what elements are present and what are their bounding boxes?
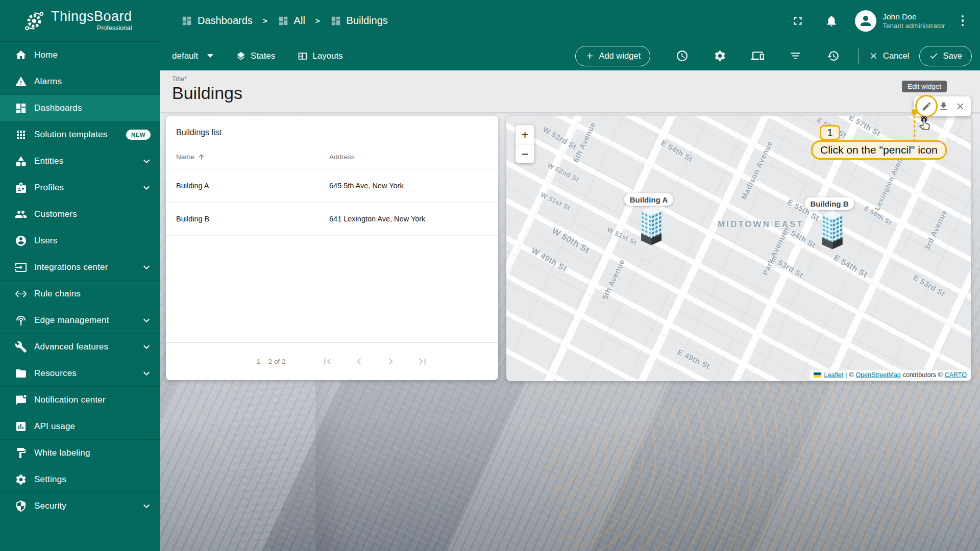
sidebar-item-label: Profiles (34, 183, 64, 193)
chevron-down-icon (140, 261, 153, 273)
sidebar-item-edge-management[interactable]: Edge management (0, 307, 160, 334)
layouts-button[interactable]: Layouts (298, 51, 343, 61)
logo-gear-icon (22, 9, 46, 33)
building-icon (821, 211, 843, 251)
map-attribution: Leaflet | © OpenStreetMap contributors ©… (810, 370, 971, 380)
time-window-icon[interactable] (671, 45, 693, 67)
breadcrumb-label: Dashboards (198, 15, 253, 27)
sidebar: ThingsBoard Professional HomeAlarmsDashb… (0, 0, 160, 551)
title-field-value[interactable]: Buildings (172, 83, 980, 103)
alarms-icon (15, 76, 27, 88)
app-logo[interactable]: ThingsBoard Professional (0, 0, 160, 42)
sidebar-item-integrations-center[interactable]: Integrations center (0, 254, 160, 281)
first-page-icon[interactable] (321, 355, 334, 368)
sidebar-item-dashboards[interactable]: Dashboards (0, 95, 160, 121)
sidebar-item-label: Users (34, 236, 57, 246)
edit-pencil-icon[interactable] (920, 100, 933, 113)
fullscreen-icon[interactable] (788, 11, 808, 31)
chevron-down-icon (140, 500, 153, 512)
more-menu-icon[interactable] (959, 12, 967, 30)
rule-chains-icon (15, 288, 27, 300)
layout-icon (298, 51, 308, 61)
states-label: States (251, 51, 275, 61)
thingsboard-app: ThingsBoard Professional HomeAlarmsDashb… (0, 0, 980, 551)
profiles-icon (15, 182, 27, 194)
user-name: John Doe (883, 12, 945, 22)
zoom-out-button[interactable]: − (516, 144, 534, 163)
sidebar-item-advanced-features[interactable]: Advanced features (0, 334, 160, 360)
sidebar-item-customers[interactable]: Customers (0, 201, 160, 228)
carto-link[interactable]: CARTO (945, 371, 967, 379)
sidebar-item-label: API usage (34, 421, 75, 432)
display-layouts-icon[interactable] (746, 45, 769, 67)
breadcrumb-item-all[interactable]: All (278, 15, 305, 27)
sidebar-item-label: Advanced features (34, 342, 108, 352)
sidebar-item-alarms[interactable]: Alarms (0, 68, 160, 95)
sidebar-nav: HomeAlarmsDashboardsSolution templatesNE… (0, 42, 160, 519)
ukraine-flag-icon (814, 372, 821, 378)
customers-icon (15, 208, 27, 220)
table-body: Building A645 5th Ave, New YorkBuilding … (166, 169, 498, 236)
sidebar-item-label: Dashboards (34, 103, 82, 113)
sidebar-item-notification-center[interactable]: Notification center (0, 387, 160, 413)
sidebar-item-api-usage[interactable]: API usage (0, 413, 160, 440)
column-header-address[interactable]: Address (329, 153, 488, 161)
white-labeling-icon (15, 447, 27, 459)
sidebar-item-settings[interactable]: Settings (0, 466, 160, 493)
edge-management-icon (15, 314, 27, 327)
plus-icon (585, 51, 595, 61)
cell-name: Building A (176, 182, 329, 190)
add-widget-button[interactable]: Add widget (575, 46, 650, 66)
download-icon[interactable] (937, 100, 950, 113)
last-page-icon[interactable] (416, 355, 429, 368)
sidebar-item-label: Edge management (34, 315, 109, 325)
cancel-button[interactable]: Cancel (869, 51, 909, 61)
version-history-icon[interactable] (822, 45, 844, 67)
sidebar-item-home[interactable]: Home (0, 42, 160, 68)
dashboards-icon (278, 15, 289, 27)
sidebar-item-entities[interactable]: Entities (0, 148, 160, 174)
zoom-in-button[interactable]: + (516, 125, 534, 144)
sidebar-item-rule-chains[interactable]: Rule chains (0, 281, 160, 307)
state-selector[interactable]: default (172, 51, 213, 61)
chevron-down-icon (140, 367, 153, 380)
states-button[interactable]: States (236, 51, 275, 61)
close-icon[interactable] (953, 100, 967, 113)
dashboard-title-field[interactable]: Title* Buildings (160, 70, 980, 112)
dashboards-icon (181, 15, 192, 27)
dashboard-settings-icon[interactable] (708, 45, 731, 67)
buildings-map-widget[interactable]: W 53rd St6th AvenueW 52nd StW 51st StW 5… (506, 116, 971, 381)
api-usage-icon (15, 420, 27, 433)
user-menu[interactable]: John Doe Tenant administrator (855, 10, 945, 32)
map-marker-building-b[interactable]: Building B (805, 197, 854, 210)
chevron-down-icon (207, 54, 213, 58)
leaflet-link[interactable]: Leaflet (824, 371, 843, 379)
osm-link[interactable]: OpenStreetMap (855, 371, 900, 379)
dashboard-toolbar: default States Layouts Add widget (160, 41, 980, 70)
sidebar-item-white-labeling[interactable]: White labeling (0, 440, 160, 466)
sidebar-item-users[interactable]: Users (0, 228, 160, 254)
dashboards-icon (330, 15, 341, 27)
sidebar-item-security[interactable]: Security (0, 493, 160, 519)
breadcrumb-item-buildings[interactable]: Buildings (330, 15, 388, 27)
entity-filter-icon[interactable] (784, 45, 806, 67)
sidebar-item-resources[interactable]: Resources (0, 360, 160, 387)
breadcrumb-item-dashboards[interactable]: Dashboards (181, 15, 253, 27)
avatar (855, 10, 876, 32)
cell-address: 641 Lexington Ave, New York (329, 215, 488, 223)
previous-page-icon[interactable] (353, 355, 365, 368)
sidebar-item-profiles[interactable]: Profiles (0, 174, 160, 201)
save-button[interactable]: Save (919, 46, 972, 66)
column-header-name[interactable]: Name (176, 153, 329, 161)
sidebar-item-solution-templates[interactable]: Solution templatesNEW (0, 121, 160, 148)
chevron-down-icon (140, 314, 153, 327)
dashboards-icon (15, 102, 27, 114)
map-marker-building-a[interactable]: Building A (624, 193, 673, 206)
sidebar-item-label: Home (34, 50, 58, 60)
table-header: Name Address (166, 144, 498, 169)
notifications-bell-icon[interactable] (821, 11, 842, 31)
table-row[interactable]: Building B641 Lexington Ave, New York (166, 203, 498, 236)
advanced-features-icon (15, 341, 27, 353)
table-row[interactable]: Building A645 5th Ave, New York (166, 169, 498, 203)
next-page-icon[interactable] (384, 355, 397, 368)
